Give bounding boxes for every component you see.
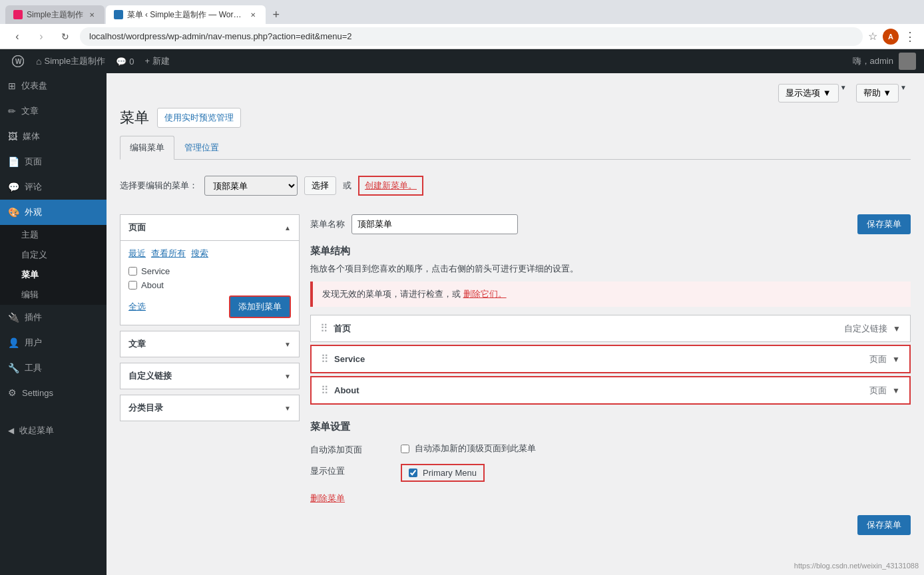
comments-sidebar-icon: 💬 xyxy=(8,182,19,192)
menu-settings-title: 菜单设置 xyxy=(310,421,911,433)
menu-select[interactable]: 顶部菜单 xyxy=(204,176,298,196)
save-menu-button-bottom[interactable]: 保存菜单 xyxy=(857,515,911,535)
about-label: About xyxy=(141,280,164,290)
drag-handle-homepage[interactable]: ⠿ xyxy=(320,322,328,335)
delete-menu-link[interactable]: 删除菜单 xyxy=(310,493,345,503)
service-expand-arrow[interactable]: ▼ xyxy=(892,355,900,364)
auto-add-checkbox[interactable] xyxy=(401,445,409,453)
preview-manage-button[interactable]: 使用实时预览管理 xyxy=(157,108,241,128)
howdy-text: 嗨，admin xyxy=(853,55,893,67)
about-item-type: 页面 xyxy=(869,385,887,397)
menu-item-right: 自定义链接 ▼ xyxy=(844,323,901,335)
editor-sub-label: 编辑 xyxy=(21,289,39,299)
or-text: 或 xyxy=(343,180,351,192)
pages-sub-tab-search[interactable]: 搜索 xyxy=(191,248,208,260)
tools-icon: 🔧 xyxy=(8,363,19,373)
wp-logo-icon: W xyxy=(12,55,24,67)
add-to-menu-button[interactable]: 添加到菜单 xyxy=(229,295,291,318)
posts-accordion-header[interactable]: 文章 ▼ xyxy=(120,331,299,357)
menu-icon[interactable]: ⋮ xyxy=(904,29,916,44)
menu-hint: 拖放各个项目到您喜欢的顺序，点击右侧的箭头可进行更详细的设置。 xyxy=(310,263,911,275)
appearance-icon: 🎨 xyxy=(8,207,19,218)
posts-icon: ✏ xyxy=(8,106,16,116)
forward-button[interactable]: › xyxy=(32,27,51,46)
drag-handle-about[interactable]: ⠿ xyxy=(321,384,329,397)
pages-sub-tab-recent[interactable]: 最近 xyxy=(128,248,146,260)
menu-item-homepage: ⠿ 首页 自定义链接 ▼ xyxy=(310,315,911,342)
tab-inactive[interactable]: Simple主题制作 ✕ xyxy=(5,5,105,24)
sidebar-sub-editor[interactable]: 编辑 xyxy=(0,285,107,305)
help-button[interactable]: 帮助 ▼ xyxy=(856,84,899,102)
pages-accordion-header[interactable]: 页面 ▲ xyxy=(120,215,299,240)
bottom-save-row: 保存菜单 xyxy=(310,515,911,535)
tab2-close[interactable]: ✕ xyxy=(248,10,258,19)
sidebar-item-users[interactable]: 👤 用户 xyxy=(0,330,107,355)
sidebar-item-media[interactable]: 🖼 媒体 xyxy=(0,124,107,149)
about-expand-arrow[interactable]: ▼ xyxy=(892,386,900,395)
screen-options-button[interactable]: 显示选项 ▼ xyxy=(778,84,838,102)
sidebar-item-collapse[interactable]: ◀ 收起菜单 xyxy=(0,418,107,443)
tab-active[interactable]: 菜单 ‹ Simple主题制作 — Word... ✕ xyxy=(106,5,266,24)
sidebar-item-pages[interactable]: 📄 页面 xyxy=(0,149,107,174)
menu-name-label: 菜单名称 xyxy=(310,218,345,230)
pages-item-service: Service xyxy=(128,266,291,276)
sidebar-sub-menu[interactable]: 菜单 xyxy=(0,265,107,285)
tab-edit-menu[interactable]: 编辑菜单 xyxy=(120,136,174,160)
service-item-left: ⠿ Service xyxy=(321,353,365,365)
customize-sub-label: 自定义 xyxy=(21,250,47,260)
top-bar-actions: 显示选项 ▼ ▼ 帮助 ▼ ▼ xyxy=(120,84,911,102)
sidebar-sub-theme[interactable]: 主题 xyxy=(0,225,107,245)
posts-accordion: 文章 ▼ xyxy=(120,331,300,357)
tab-manage-locations[interactable]: 管理位置 xyxy=(174,136,229,160)
profile-avatar[interactable]: A xyxy=(883,29,899,45)
auto-add-label: 自动添加页面 xyxy=(310,443,390,456)
menu-sub-label: 菜单 xyxy=(21,270,39,280)
settings-icon: ⚙ xyxy=(8,387,17,398)
homepage-expand-arrow[interactable]: ▼ xyxy=(893,324,901,333)
url-bar[interactable]: localhost/wordpress/wp-admin/nav-menus.p… xyxy=(80,27,863,46)
new-item[interactable]: + 新建 xyxy=(139,49,174,73)
save-menu-button-top[interactable]: 保存菜单 xyxy=(857,214,911,234)
pages-sub-tab-viewall[interactable]: 查看所有 xyxy=(151,248,186,260)
sidebar-item-tools[interactable]: 🔧 工具 xyxy=(0,355,107,381)
wp-logo-item[interactable]: W xyxy=(8,49,28,73)
sidebar-item-comments[interactable]: 💬 评论 xyxy=(0,174,107,200)
tab1-close[interactable]: ✕ xyxy=(87,10,97,19)
comments-item[interactable]: 💬 0 xyxy=(111,49,139,73)
sidebar-item-plugins[interactable]: 🔌 插件 xyxy=(0,305,107,330)
drag-handle-service[interactable]: ⠿ xyxy=(321,353,329,365)
sidebar-item-settings[interactable]: ⚙ Settings xyxy=(0,381,107,405)
categories-accordion-header[interactable]: 分类目录 ▼ xyxy=(120,395,299,421)
pages-collapse-arrow: ▲ xyxy=(284,224,291,232)
about-checkbox[interactable] xyxy=(128,281,137,289)
select-menu-button[interactable]: 选择 xyxy=(304,176,336,195)
auto-add-control: 自动添加新的顶级页面到此菜单 xyxy=(401,443,536,455)
wp-tabs: 编辑菜单 管理位置 xyxy=(120,136,911,160)
service-item-right: 页面 ▼ xyxy=(869,353,900,365)
admin-avatar[interactable] xyxy=(899,53,916,70)
primary-menu-checkbox[interactable] xyxy=(409,469,417,477)
select-all-link[interactable]: 全选 xyxy=(128,301,146,313)
service-checkbox[interactable] xyxy=(128,267,137,276)
service-item-type: 页面 xyxy=(869,353,887,365)
tab2-label: 菜单 ‹ Simple主题制作 — Word... xyxy=(127,9,244,21)
sidebar-item-appearance[interactable]: 🎨 外观 xyxy=(0,200,107,225)
sidebar-sub-customize[interactable]: 自定义 xyxy=(0,245,107,265)
create-new-menu-link[interactable]: 创建新菜单。 xyxy=(358,176,423,196)
refresh-button[interactable]: ↻ xyxy=(56,27,75,46)
custom-links-accordion-header[interactable]: 自定义链接 ▼ xyxy=(120,363,299,389)
star-icon[interactable]: ☆ xyxy=(868,30,877,43)
warning-delete-link[interactable]: 删除它们。 xyxy=(463,289,507,299)
tools-label: 工具 xyxy=(25,362,42,374)
pages-accordion: 页面 ▲ 最近 查看所有 搜索 Service xyxy=(120,214,300,325)
sidebar-item-dashboard[interactable]: ⊞ 仪表盘 xyxy=(0,73,107,98)
new-tab-button[interactable]: + xyxy=(267,5,286,24)
right-panel: 菜单名称 保存菜单 菜单结构 拖放各个项目到您喜欢的顺序，点击右侧的箭头可进行更… xyxy=(310,214,911,535)
back-button[interactable]: ‹ xyxy=(8,27,27,46)
media-label: 媒体 xyxy=(23,130,40,142)
users-icon: 👤 xyxy=(8,337,19,348)
menu-structure-section: 菜单结构 拖放各个项目到您喜欢的顺序，点击右侧的箭头可进行更详细的设置。 发现无… xyxy=(310,245,911,405)
site-name-item[interactable]: ⌂ Simple主题制作 xyxy=(31,49,111,73)
sidebar-item-posts[interactable]: ✏ 文章 xyxy=(0,98,107,124)
menu-name-input[interactable] xyxy=(351,214,518,234)
